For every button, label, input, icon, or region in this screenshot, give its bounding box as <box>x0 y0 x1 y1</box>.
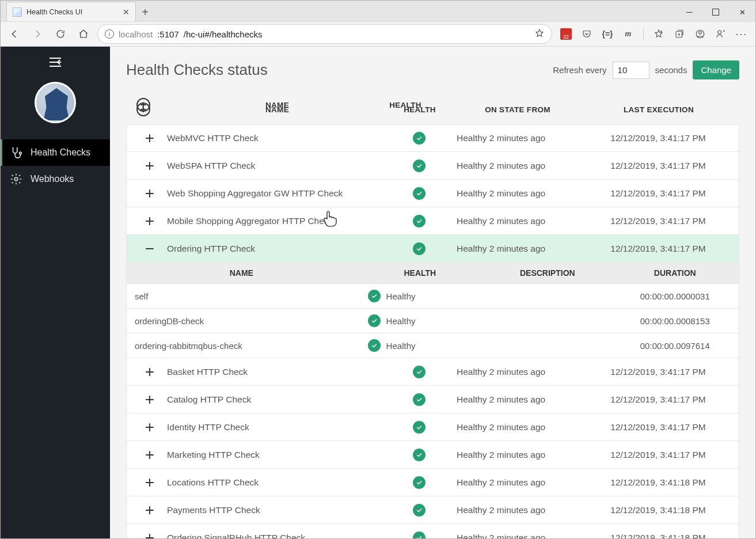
refresh-suffix: seconds <box>655 65 687 75</box>
app: Health Checks Webhooks Health Checks sta… <box>1 47 755 538</box>
expand-icon[interactable]: + <box>132 130 167 146</box>
expand-icon[interactable]: + <box>132 530 167 539</box>
new-tab-button[interactable]: + <box>136 3 154 21</box>
check-state: Healthy 2 minutes ago <box>451 367 583 377</box>
svg-point-4 <box>20 152 22 154</box>
table-row[interactable]: +Ordering SignalRHub HTTP CheckHealthy 2… <box>126 524 739 538</box>
home-button[interactable] <box>74 25 93 43</box>
check-name: Mobile Shopping Aggregator HTTP Check <box>167 216 388 226</box>
table-row[interactable]: +WebSPA HTTP CheckHealthy 2 minutes ago1… <box>126 152 739 180</box>
refresh-interval-input[interactable] <box>613 62 649 79</box>
menu-icon[interactable]: ··· <box>736 28 747 40</box>
url-path: /hc-ui#/healthchecks <box>184 29 263 39</box>
window-maximize-button[interactable] <box>702 3 729 21</box>
sidebar-item-webhooks[interactable]: Webhooks <box>1 166 110 192</box>
sub-table-header: NAMEHEALTHDESCRIPTIONDURATION <box>126 263 739 284</box>
expand-icon[interactable]: + <box>132 475 167 491</box>
expand-icon[interactable]: + <box>132 185 167 202</box>
braces-extension-icon[interactable]: {=} <box>602 28 613 40</box>
expand-icon[interactable]: + <box>132 502 167 518</box>
check-health <box>388 532 451 539</box>
check-exec: 12/12/2019, 3:41:18 PM <box>583 477 733 488</box>
table-row[interactable]: +Catalog HTTP CheckHealthy 2 minutes ago… <box>126 386 739 413</box>
expand-icon[interactable]: + <box>132 447 167 463</box>
check-state: Healthy 2 minutes ago <box>451 505 583 515</box>
back-button[interactable] <box>5 25 24 43</box>
main-content: Health Checks status Refresh every secon… <box>110 47 755 538</box>
table-row[interactable]: +Mobile Shopping Aggregator HTTP CheckHe… <box>126 207 739 235</box>
sidebar-nav: Health Checks Webhooks <box>1 139 110 192</box>
check-health <box>388 187 451 200</box>
window-minimize-button[interactable] <box>676 3 702 21</box>
address-bar[interactable]: i localhost:5107/hc-ui#/healthchecks <box>97 24 552 44</box>
tab-close-icon[interactable]: ✕ <box>123 7 130 17</box>
browser-tab[interactable]: Health Checks UI ✕ <box>6 2 136 21</box>
col-exec: LAST EXECUTION <box>584 103 734 116</box>
refresh-button[interactable] <box>51 25 70 43</box>
check-health <box>388 215 451 227</box>
healthy-check-icon <box>413 160 426 172</box>
check-state: Healthy 2 minutes ago <box>451 216 583 226</box>
healthy-check-icon <box>368 314 381 327</box>
expand-icon[interactable]: + <box>132 419 167 435</box>
expand-icon[interactable]: − <box>132 241 167 257</box>
sidebar-item-health-checks[interactable]: Health Checks <box>1 139 110 166</box>
refresh-prefix: Refresh every <box>553 65 606 75</box>
check-name: Web Shopping Aggregator GW HTTP Check <box>167 188 388 199</box>
expand-icon[interactable]: + <box>132 364 167 380</box>
favorite-star-icon[interactable] <box>534 28 545 40</box>
expand-all-icon[interactable]: + <box>136 103 150 116</box>
sidebar-item-label: Webhooks <box>31 174 74 184</box>
profile-icon[interactable] <box>694 28 706 40</box>
browser-toolbar: i localhost:5107/hc-ui#/healthchecks {=}… <box>1 21 755 47</box>
table-row[interactable]: +Marketing HTTP CheckHealthy 2 minutes a… <box>126 441 739 469</box>
healthy-check-icon <box>413 421 426 434</box>
feedback-icon[interactable] <box>715 28 727 40</box>
pocket-extension-icon[interactable] <box>581 28 592 40</box>
sub-name: orderingDB-check <box>127 316 356 326</box>
m-extension-icon[interactable]: m <box>622 28 634 40</box>
expand-icon[interactable]: + <box>132 392 167 408</box>
table-row[interactable]: +Locations HTTP CheckHealthy 2 minutes a… <box>126 469 739 496</box>
check-exec: 12/12/2019, 3:41:17 PM <box>583 133 733 143</box>
check-state: Healthy 2 minutes ago <box>451 188 583 199</box>
favorites-icon[interactable] <box>653 28 664 40</box>
sidebar-collapse-icon[interactable] <box>48 57 62 69</box>
healthy-check-icon <box>368 290 381 302</box>
collections-icon[interactable] <box>674 28 685 40</box>
check-exec: 12/12/2019, 3:41:17 PM <box>583 188 733 199</box>
check-name: Ordering HTTP Check <box>167 244 388 254</box>
sub-health: Healthy <box>356 290 484 302</box>
healthy-check-icon <box>413 366 426 378</box>
table-row[interactable]: +Identity HTTP CheckHealthy 2 minutes ag… <box>126 413 739 441</box>
favicon <box>13 7 22 17</box>
col-health: HEALTH <box>388 103 451 116</box>
table-row[interactable]: −Ordering HTTP CheckHealthy 2 minutes ag… <box>126 235 739 263</box>
forward-button[interactable] <box>28 25 47 43</box>
tab-title: Health Checks UI <box>26 8 82 16</box>
col-name: NAME <box>166 103 388 116</box>
table-body: +WebMVC HTTP CheckHealthy 2 minutes ago1… <box>126 124 739 538</box>
check-exec: 12/12/2019, 3:41:17 PM <box>583 216 733 226</box>
check-exec: 12/12/2019, 3:41:17 PM <box>583 422 733 432</box>
calendar-extension-icon[interactable] <box>560 28 572 40</box>
table-row[interactable]: +Basket HTTP CheckHealthy 2 minutes ago1… <box>126 358 739 386</box>
check-state: Healthy 2 minutes ago <box>451 161 583 171</box>
table-row[interactable]: +WebMVC HTTP CheckHealthy 2 minutes ago1… <box>126 124 739 152</box>
check-name: Locations HTTP Check <box>167 477 388 488</box>
healthy-check-icon <box>413 476 426 489</box>
change-button[interactable]: Change <box>693 60 739 79</box>
expand-icon[interactable]: + <box>132 158 167 174</box>
table-row[interactable]: +Web Shopping Aggregator GW HTTP CheckHe… <box>126 180 739 207</box>
subcol-name: NAME <box>127 268 356 278</box>
page-title: Health Checks status <box>126 61 268 79</box>
titlebar: Health Checks UI ✕ + <box>1 1 755 21</box>
url-port: :5107 <box>157 29 179 39</box>
expand-icon[interactable]: + <box>132 213 167 229</box>
col-state: ON STATE FROM <box>451 103 584 116</box>
svg-point-3 <box>718 31 721 34</box>
table-row[interactable]: +Payments HTTP CheckHealthy 2 minutes ag… <box>126 496 739 524</box>
site-info-icon[interactable]: i <box>105 29 114 39</box>
sidebar-item-label: Health Checks <box>31 147 90 158</box>
window-close-button[interactable] <box>729 3 755 21</box>
